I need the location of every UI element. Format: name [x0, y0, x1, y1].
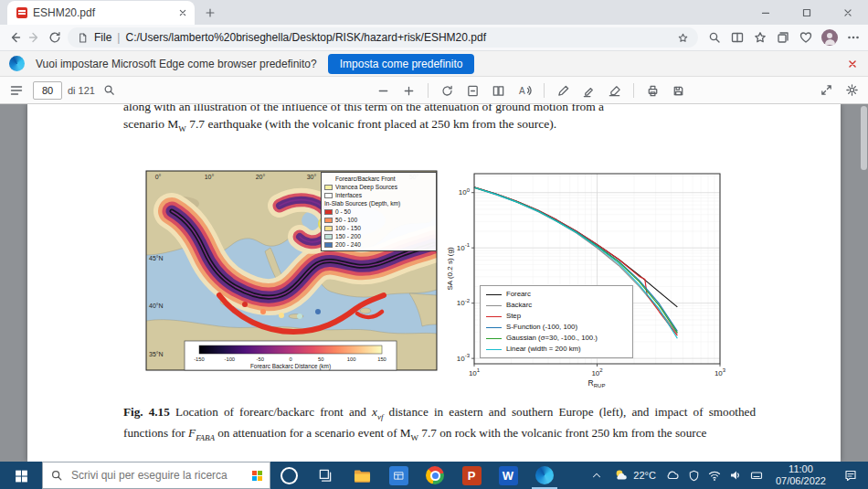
settings-gear-icon[interactable] — [845, 83, 859, 97]
draw-icon[interactable] — [556, 84, 570, 98]
contents-icon[interactable] — [9, 83, 24, 98]
tab-close-icon[interactable] — [176, 6, 189, 19]
legend-entry: Gaussian (σ=30, -100., 100.) — [486, 333, 627, 344]
volume-icon[interactable] — [726, 468, 746, 483]
weather-widget[interactable]: 22°C — [608, 468, 662, 483]
zoom-out-icon[interactable] — [376, 84, 390, 98]
map-figure: 0° 10° 20° 30° 40° 50° 45°N 40°N 35°N — [135, 167, 441, 384]
split-screen-icon[interactable] — [730, 30, 745, 45]
highlight-icon[interactable] — [582, 84, 596, 98]
edge-taskbar-icon[interactable] — [526, 462, 563, 489]
address-url: C:/Users/lamberto%20briseghella/Desktop/… — [125, 31, 672, 44]
x-tick-label: 102 — [591, 367, 603, 377]
chrome-icon[interactable] — [417, 462, 453, 489]
default-browser-banner: Vuoi impostare Microsoft Edge come brows… — [0, 51, 868, 77]
onedrive-icon[interactable] — [663, 468, 683, 483]
powerpoint-icon[interactable]: P — [453, 462, 490, 489]
maximize-icon[interactable] — [786, 0, 827, 25]
minimize-icon[interactable] — [745, 0, 786, 25]
action-center-icon[interactable] — [835, 468, 866, 483]
map-legend-swatch — [324, 218, 333, 223]
zoom-icon[interactable] — [707, 30, 722, 45]
navigation-bar: File | C:/Users/lamberto%20briseghella/D… — [0, 25, 868, 51]
colorbar-tick: -50 — [257, 356, 264, 362]
address-separator: | — [117, 31, 120, 44]
legend-entry: S-Function (-100, 100) — [486, 322, 627, 333]
rotate-icon[interactable] — [440, 84, 454, 98]
collections-icon[interactable] — [776, 30, 790, 45]
cortana-icon[interactable] — [270, 462, 307, 489]
taskbar-search-input[interactable] — [69, 468, 246, 483]
app-window-icon[interactable] — [380, 462, 417, 489]
lat-tick: 40°N — [149, 303, 164, 309]
fullscreen-icon[interactable] — [820, 83, 833, 97]
taskbar-search[interactable] — [42, 462, 270, 489]
more-menu-icon[interactable] — [846, 30, 861, 45]
banner-close-icon[interactable] — [846, 58, 859, 70]
map-legend-item: 150 - 200 — [324, 232, 433, 240]
security-shield-icon[interactable] — [684, 469, 704, 483]
taskbar-clock[interactable]: 11:00 07/06/2022 — [768, 463, 833, 487]
new-tab-icon[interactable] — [204, 6, 217, 19]
colorbar-tick: -100 — [224, 356, 235, 362]
clipped-text-line: along with an illustration of the influe… — [123, 104, 754, 115]
read-aloud-icon[interactable]: A — [517, 83, 532, 98]
favorites-icon[interactable] — [753, 30, 767, 45]
lat-tick: 45°N — [149, 255, 164, 261]
tray-expand-icon[interactable] — [587, 469, 606, 482]
tab-strip: ESHM20.pdf — [0, 0, 868, 25]
windows-taskbar: P W 22°C — [0, 462, 868, 489]
page-view-icon[interactable] — [492, 84, 505, 98]
wifi-icon[interactable] — [705, 468, 725, 483]
refresh-icon[interactable] — [48, 30, 62, 45]
search-highlights-icon[interactable] — [252, 471, 262, 481]
colorbar-tick: 150 — [377, 356, 386, 362]
save-icon[interactable] — [672, 84, 685, 98]
pdf-right-tools — [820, 83, 859, 97]
map-legend-item: Interfaces — [324, 191, 433, 199]
print-icon[interactable] — [646, 84, 660, 98]
legend-swatch — [486, 349, 502, 350]
close-window-icon[interactable] — [827, 0, 868, 25]
back-icon[interactable] — [7, 30, 22, 45]
browser-essentials-icon[interactable] — [799, 30, 813, 45]
address-scheme: File — [94, 31, 111, 44]
map-legend-item: 200 - 240 — [324, 240, 433, 249]
pdf-toolbar: di 121 A — [0, 77, 868, 104]
start-button[interactable] — [0, 462, 42, 489]
profile-avatar[interactable] — [821, 29, 838, 46]
clock-time: 11:00 — [789, 463, 813, 475]
keyboard-icon[interactable] — [747, 468, 767, 483]
erase-icon[interactable] — [608, 84, 621, 98]
system-tray: 22°C 11:00 07/06/2022 — [587, 462, 868, 489]
svg-text:A: A — [519, 86, 525, 96]
colorbar-tick: 0 — [289, 356, 291, 362]
figure-caption: Fig. 4.15 Location of forearc/backarc fr… — [123, 404, 756, 446]
lon-tick: 30° — [307, 174, 317, 180]
tab-eshm20[interactable]: ESHM20.pdf — [7, 1, 195, 25]
pdf-favicon — [16, 7, 27, 18]
task-view-icon[interactable] — [307, 462, 344, 489]
map-legend-item: Vrancea Deep Sources — [324, 183, 433, 191]
search-document-icon[interactable] — [102, 83, 116, 97]
zoom-in-icon[interactable] — [402, 84, 416, 98]
word-icon[interactable]: W — [490, 462, 526, 489]
banner-message: Vuoi impostare Microsoft Edge come brows… — [36, 58, 317, 70]
set-default-button[interactable]: Imposta come predefinito — [328, 54, 475, 74]
x-axis-label: RRUP — [588, 378, 606, 388]
page-number-input[interactable] — [33, 81, 62, 100]
file-explorer-icon[interactable] — [344, 462, 380, 489]
address-bar[interactable]: File | C:/Users/lamberto%20briseghella/D… — [68, 27, 698, 48]
map-legend-swatch — [324, 209, 333, 215]
edge-browser-window: ESHM20.pdf — [0, 0, 868, 489]
chart-legend: ForearcBackarcStepS-Function (-100, 100)… — [480, 285, 633, 358]
y-tick-label: 10-1 — [457, 242, 471, 252]
scrollbar[interactable] — [861, 104, 867, 462]
colorbar-tick: 100 — [347, 356, 356, 362]
legend-swatch — [486, 294, 502, 295]
forward-icon[interactable] — [27, 30, 42, 45]
search-icon — [50, 469, 63, 482]
fit-page-icon[interactable] — [466, 84, 480, 98]
favorite-star-icon[interactable] — [677, 32, 689, 44]
scrollbar-thumb[interactable] — [861, 106, 867, 170]
